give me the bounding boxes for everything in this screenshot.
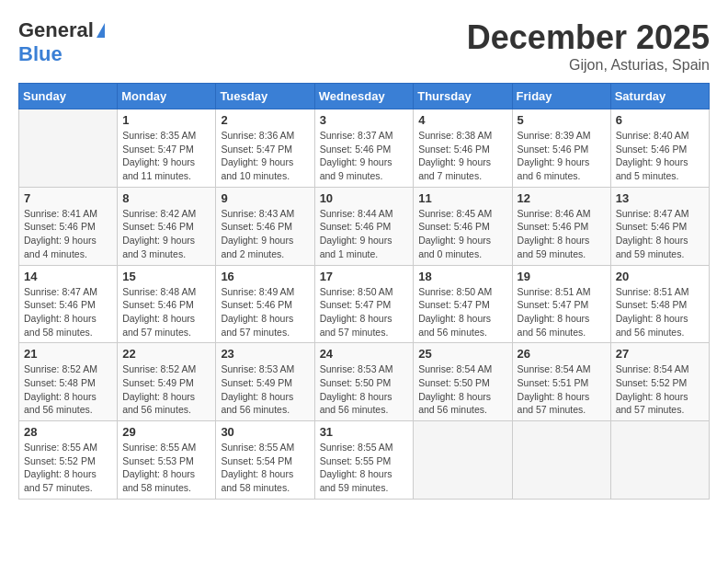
day-of-week-header: Saturday	[610, 84, 709, 109]
day-number: 15	[122, 270, 210, 283]
day-info: Sunrise: 8:36 AM Sunset: 5:47 PM Dayligh…	[221, 129, 309, 183]
calendar-cell: 30Sunrise: 8:55 AM Sunset: 5:54 PM Dayli…	[216, 421, 314, 500]
calendar-cell: 21Sunrise: 8:52 AM Sunset: 5:48 PM Dayli…	[19, 343, 118, 421]
logo: General Blue	[18, 18, 105, 66]
day-of-week-header: Wednesday	[314, 84, 414, 109]
location: Gijon, Asturias, Spain	[467, 57, 710, 74]
page-header: General Blue December 2025 Gijon, Asturi…	[18, 18, 710, 74]
calendar-cell: 29Sunrise: 8:55 AM Sunset: 5:53 PM Dayli…	[118, 421, 216, 500]
day-info: Sunrise: 8:47 AM Sunset: 5:46 PM Dayligh…	[24, 285, 112, 339]
day-number: 14	[24, 270, 112, 283]
day-info: Sunrise: 8:49 AM Sunset: 5:46 PM Dayligh…	[221, 285, 309, 339]
calendar-week-row: 7Sunrise: 8:41 AM Sunset: 5:46 PM Daylig…	[19, 187, 710, 265]
calendar-cell: 13Sunrise: 8:47 AM Sunset: 5:46 PM Dayli…	[610, 187, 709, 265]
calendar-cell: 17Sunrise: 8:50 AM Sunset: 5:47 PM Dayli…	[314, 265, 414, 343]
day-info: Sunrise: 8:35 AM Sunset: 5:47 PM Dayligh…	[122, 129, 210, 183]
day-info: Sunrise: 8:54 AM Sunset: 5:50 PM Dayligh…	[418, 362, 506, 417]
day-number: 23	[221, 347, 309, 361]
calendar-cell: 12Sunrise: 8:46 AM Sunset: 5:46 PM Dayli…	[512, 187, 610, 265]
day-number: 8	[122, 191, 210, 205]
logo-general-text: General	[18, 18, 94, 42]
day-info: Sunrise: 8:55 AM Sunset: 5:53 PM Dayligh…	[122, 441, 210, 495]
calendar-cell	[19, 109, 118, 188]
day-of-week-header: Sunday	[19, 84, 118, 109]
days-of-week-row: SundayMondayTuesdayWednesdayThursdayFrid…	[19, 84, 710, 109]
day-number: 2	[221, 113, 309, 127]
calendar-cell: 20Sunrise: 8:51 AM Sunset: 5:48 PM Dayli…	[610, 265, 709, 343]
calendar-cell: 27Sunrise: 8:54 AM Sunset: 5:52 PM Dayli…	[610, 343, 709, 421]
day-number: 5	[518, 113, 606, 127]
calendar-cell: 28Sunrise: 8:55 AM Sunset: 5:52 PM Dayli…	[19, 421, 118, 500]
calendar-week-row: 21Sunrise: 8:52 AM Sunset: 5:48 PM Dayli…	[19, 343, 710, 421]
calendar-cell: 25Sunrise: 8:54 AM Sunset: 5:50 PM Dayli…	[414, 343, 512, 421]
day-info: Sunrise: 8:42 AM Sunset: 5:46 PM Dayligh…	[122, 207, 210, 261]
day-number: 1	[122, 113, 210, 127]
day-number: 9	[221, 191, 309, 205]
calendar-cell: 10Sunrise: 8:44 AM Sunset: 5:46 PM Dayli…	[314, 187, 414, 265]
calendar-cell: 14Sunrise: 8:47 AM Sunset: 5:46 PM Dayli…	[19, 265, 118, 343]
day-info: Sunrise: 8:51 AM Sunset: 5:48 PM Dayligh…	[616, 285, 704, 339]
day-of-week-header: Thursday	[414, 84, 512, 109]
day-number: 18	[418, 270, 506, 283]
day-info: Sunrise: 8:40 AM Sunset: 5:46 PM Dayligh…	[616, 129, 704, 183]
calendar-cell: 11Sunrise: 8:45 AM Sunset: 5:46 PM Dayli…	[414, 187, 512, 265]
calendar-week-row: 1Sunrise: 8:35 AM Sunset: 5:47 PM Daylig…	[19, 109, 710, 188]
day-info: Sunrise: 8:44 AM Sunset: 5:46 PM Dayligh…	[320, 207, 409, 261]
calendar-cell: 24Sunrise: 8:53 AM Sunset: 5:50 PM Dayli…	[314, 343, 414, 421]
day-number: 3	[320, 113, 409, 127]
day-info: Sunrise: 8:55 AM Sunset: 5:54 PM Dayligh…	[221, 441, 309, 495]
calendar-week-row: 14Sunrise: 8:47 AM Sunset: 5:46 PM Dayli…	[19, 265, 710, 343]
calendar-cell	[512, 421, 610, 500]
logo-blue-text: Blue	[18, 42, 63, 65]
day-info: Sunrise: 8:52 AM Sunset: 5:49 PM Dayligh…	[122, 362, 210, 417]
calendar-cell: 19Sunrise: 8:51 AM Sunset: 5:47 PM Dayli…	[512, 265, 610, 343]
day-of-week-header: Monday	[118, 84, 216, 109]
day-number: 30	[221, 425, 309, 439]
day-info: Sunrise: 8:43 AM Sunset: 5:46 PM Dayligh…	[221, 207, 309, 261]
day-info: Sunrise: 8:53 AM Sunset: 5:49 PM Dayligh…	[221, 362, 309, 417]
day-info: Sunrise: 8:51 AM Sunset: 5:47 PM Dayligh…	[518, 285, 606, 339]
calendar-cell: 18Sunrise: 8:50 AM Sunset: 5:47 PM Dayli…	[414, 265, 512, 343]
day-info: Sunrise: 8:48 AM Sunset: 5:46 PM Dayligh…	[122, 285, 210, 339]
calendar-cell: 31Sunrise: 8:55 AM Sunset: 5:55 PM Dayli…	[314, 421, 414, 500]
day-number: 21	[24, 347, 112, 361]
day-number: 13	[616, 191, 704, 205]
day-number: 22	[122, 347, 210, 361]
month-title: December 2025	[467, 18, 710, 57]
day-number: 10	[320, 191, 409, 205]
day-number: 25	[418, 347, 506, 361]
day-info: Sunrise: 8:55 AM Sunset: 5:55 PM Dayligh…	[320, 441, 409, 495]
calendar-cell: 3Sunrise: 8:37 AM Sunset: 5:46 PM Daylig…	[314, 109, 414, 188]
day-of-week-header: Tuesday	[216, 84, 314, 109]
calendar-cell: 26Sunrise: 8:54 AM Sunset: 5:51 PM Dayli…	[512, 343, 610, 421]
day-info: Sunrise: 8:52 AM Sunset: 5:48 PM Dayligh…	[24, 362, 112, 417]
day-number: 24	[320, 347, 409, 361]
calendar-week-row: 28Sunrise: 8:55 AM Sunset: 5:52 PM Dayli…	[19, 421, 710, 500]
calendar-table: SundayMondayTuesdayWednesdayThursdayFrid…	[18, 83, 710, 500]
calendar-cell: 22Sunrise: 8:52 AM Sunset: 5:49 PM Dayli…	[118, 343, 216, 421]
calendar-cell: 8Sunrise: 8:42 AM Sunset: 5:46 PM Daylig…	[118, 187, 216, 265]
day-number: 27	[616, 347, 704, 361]
calendar-cell: 23Sunrise: 8:53 AM Sunset: 5:49 PM Dayli…	[216, 343, 314, 421]
day-info: Sunrise: 8:46 AM Sunset: 5:46 PM Dayligh…	[518, 207, 606, 261]
day-number: 31	[320, 425, 409, 439]
calendar-cell: 16Sunrise: 8:49 AM Sunset: 5:46 PM Dayli…	[216, 265, 314, 343]
day-info: Sunrise: 8:47 AM Sunset: 5:46 PM Dayligh…	[616, 207, 704, 261]
day-info: Sunrise: 8:50 AM Sunset: 5:47 PM Dayligh…	[320, 285, 409, 339]
day-number: 17	[320, 270, 409, 283]
calendar-cell	[610, 421, 709, 500]
day-number: 28	[24, 425, 112, 439]
calendar-cell: 4Sunrise: 8:38 AM Sunset: 5:46 PM Daylig…	[414, 109, 512, 188]
day-info: Sunrise: 8:41 AM Sunset: 5:46 PM Dayligh…	[24, 207, 112, 261]
day-of-week-header: Friday	[512, 84, 610, 109]
calendar-cell: 7Sunrise: 8:41 AM Sunset: 5:46 PM Daylig…	[19, 187, 118, 265]
day-info: Sunrise: 8:37 AM Sunset: 5:46 PM Dayligh…	[320, 129, 409, 183]
day-number: 11	[418, 191, 506, 205]
calendar-cell: 9Sunrise: 8:43 AM Sunset: 5:46 PM Daylig…	[216, 187, 314, 265]
day-info: Sunrise: 8:39 AM Sunset: 5:46 PM Dayligh…	[518, 129, 606, 183]
day-info: Sunrise: 8:38 AM Sunset: 5:46 PM Dayligh…	[418, 129, 506, 183]
calendar-body: 1Sunrise: 8:35 AM Sunset: 5:47 PM Daylig…	[19, 109, 710, 500]
day-info: Sunrise: 8:50 AM Sunset: 5:47 PM Dayligh…	[418, 285, 506, 339]
day-info: Sunrise: 8:54 AM Sunset: 5:51 PM Dayligh…	[518, 362, 606, 417]
title-area: December 2025 Gijon, Asturias, Spain	[467, 18, 710, 74]
